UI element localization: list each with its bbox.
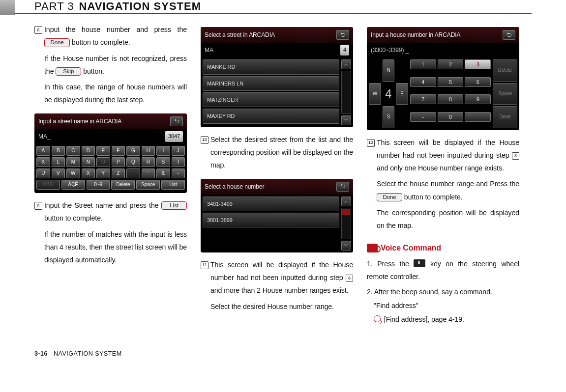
key-n[interactable]: N <box>82 157 95 167</box>
part-label: PART 3 <box>34 0 74 13</box>
back-icon[interactable]: ⮌ <box>336 182 349 192</box>
scroll-track[interactable] <box>341 208 351 239</box>
scroll-down-icon[interactable]: ﹀ <box>341 241 351 251</box>
numkey-5[interactable]: 5 <box>438 77 464 87</box>
key-r[interactable]: R <box>142 157 155 167</box>
ss4-subtext: (3300~3399) _ <box>371 45 409 56</box>
numkey-7[interactable]: 7 <box>410 94 436 104</box>
key-space[interactable]: Space <box>136 180 160 190</box>
voice-ref: [Find address], page 4-19. <box>384 315 464 323</box>
key-v[interactable]: V <box>52 168 65 178</box>
key-e[interactable]: E <box>96 146 110 156</box>
voice-l2: 2. After the beep sound, say a command. <box>367 285 519 298</box>
numkey-6[interactable]: 6 <box>465 77 491 87</box>
key-a[interactable]: A <box>36 146 50 156</box>
key-accent-mode[interactable]: ÀÇÈ <box>61 180 85 190</box>
numkey-0[interactable]: 0 <box>438 112 464 122</box>
key-y[interactable]: Y <box>96 168 110 178</box>
numkey-9[interactable]: 9 <box>465 94 491 104</box>
step9-a: Input the Street name and press the <box>44 201 159 209</box>
key-l[interactable]: L <box>52 157 65 167</box>
key-z[interactable]: Z <box>112 168 125 178</box>
key-abc-mode[interactable]: ABC <box>36 180 60 190</box>
key-s[interactable]: S <box>156 157 170 167</box>
done-button-label: Done <box>44 38 70 47</box>
back-icon[interactable]: ⮌ <box>336 30 349 40</box>
ss1-input-text: MA_ <box>38 131 50 142</box>
dpad-w[interactable]: W <box>369 83 381 105</box>
key-u[interactable]: U <box>36 168 50 178</box>
step12-p2-a: Select the house number range and Press … <box>377 180 519 188</box>
street-item[interactable]: MAXEY RD <box>203 109 339 123</box>
key-amp[interactable]: & <box>156 168 170 178</box>
scroll-up-icon[interactable]: ︿ <box>341 196 351 206</box>
ss1-count: 3047 <box>165 131 183 142</box>
step8-p2-b: button. <box>83 67 104 75</box>
numkey-blank <box>465 112 491 122</box>
step-ref-8: 8 <box>512 152 519 160</box>
key-m[interactable]: M <box>66 157 80 167</box>
back-icon[interactable]: ⮌ <box>503 30 515 40</box>
scroll-up-icon[interactable]: ︿ <box>341 59 351 69</box>
key-f[interactable]: F <box>112 146 125 156</box>
numkey-3[interactable]: 3 <box>465 59 491 69</box>
screenshot-select-house-number: Select a house number ⮌ 3401-3499 3801-3… <box>201 179 353 252</box>
key-list[interactable]: List <box>161 180 185 190</box>
voice-heading-text: Voice Command <box>381 241 441 255</box>
key-dash[interactable]: - <box>172 168 185 178</box>
key-d[interactable]: D <box>82 146 95 156</box>
voice-cmd: "Find address" <box>374 299 519 312</box>
house-range-item[interactable]: 3801-3899 <box>203 213 339 227</box>
key-num-mode[interactable]: 0~9 <box>87 180 110 190</box>
key-c[interactable]: C <box>66 146 80 156</box>
key-t[interactable]: T <box>172 157 185 167</box>
step10-p: Select the desired street from the list … <box>210 133 353 172</box>
key-h[interactable]: H <box>142 146 155 156</box>
key-g[interactable]: G <box>126 146 140 156</box>
key-k[interactable]: K <box>36 157 50 167</box>
back-icon[interactable]: ⮌ <box>170 116 183 126</box>
ss2-count: 4 <box>340 45 349 56</box>
step12-a: This screen will be displayed if the Hou… <box>377 139 519 159</box>
key-w[interactable]: W <box>66 168 80 178</box>
street-item[interactable]: MANKE RD <box>203 59 339 74</box>
key-apos[interactable]: ' <box>142 168 155 178</box>
numkey-2[interactable]: 2 <box>438 59 464 69</box>
key-delete[interactable]: Delete <box>111 180 135 190</box>
scroll-track[interactable] <box>341 71 351 113</box>
key-o[interactable]: O <box>96 157 110 167</box>
key-q[interactable]: Q <box>126 157 140 167</box>
numkey-8[interactable]: 8 <box>438 94 464 104</box>
sidekey-space[interactable]: Space <box>493 83 517 105</box>
key-b[interactable]: B <box>52 146 65 156</box>
sidekey-done[interactable]: Done <box>493 106 517 128</box>
skip-button-label: Skip <box>56 67 81 76</box>
keyboard: A B C D E F G H I J K L M <box>34 144 187 193</box>
sidekey-delete[interactable]: Delete <box>493 59 517 81</box>
street-item[interactable]: MATZINGER <box>203 92 339 107</box>
dpad-s[interactable]: S <box>383 106 395 128</box>
step11-a: This screen will be displayed if the Hou… <box>210 261 353 281</box>
house-range-item[interactable]: 3401-3499 <box>203 196 339 211</box>
key-blank[interactable] <box>126 168 140 178</box>
key-p[interactable]: P <box>112 157 125 167</box>
step12-b: and only one House number range exists. <box>377 164 504 172</box>
dpad-e[interactable]: E <box>396 83 408 105</box>
key-j[interactable]: J <box>172 146 185 156</box>
screenshot-input-street-name: Input a street name in ARCADIA ⮌ MA_ 304… <box>34 113 187 193</box>
key-i[interactable]: I <box>156 146 170 156</box>
step12-p2-b: button to complete. <box>404 193 463 201</box>
numkey-1[interactable]: 1 <box>410 59 436 69</box>
key-x[interactable]: X <box>82 168 95 178</box>
numkey-4[interactable]: 4 <box>410 77 436 87</box>
scroll-down-icon[interactable]: ﹀ <box>341 115 351 125</box>
step-number-11: 11 <box>201 261 209 269</box>
street-item[interactable]: MARINERS LN <box>203 76 339 91</box>
dpad-n[interactable]: N <box>383 59 395 81</box>
numkey-dash[interactable]: - <box>410 112 436 122</box>
side-keys: Delete Space Done <box>493 59 517 128</box>
step-number-10: 10 <box>201 136 209 144</box>
voice-command-heading: Voice Command <box>367 241 519 255</box>
scroll-thumb[interactable] <box>342 209 350 215</box>
numeric-keypad: 1 2 3 4 5 6 7 8 9 - 0 <box>410 59 491 128</box>
